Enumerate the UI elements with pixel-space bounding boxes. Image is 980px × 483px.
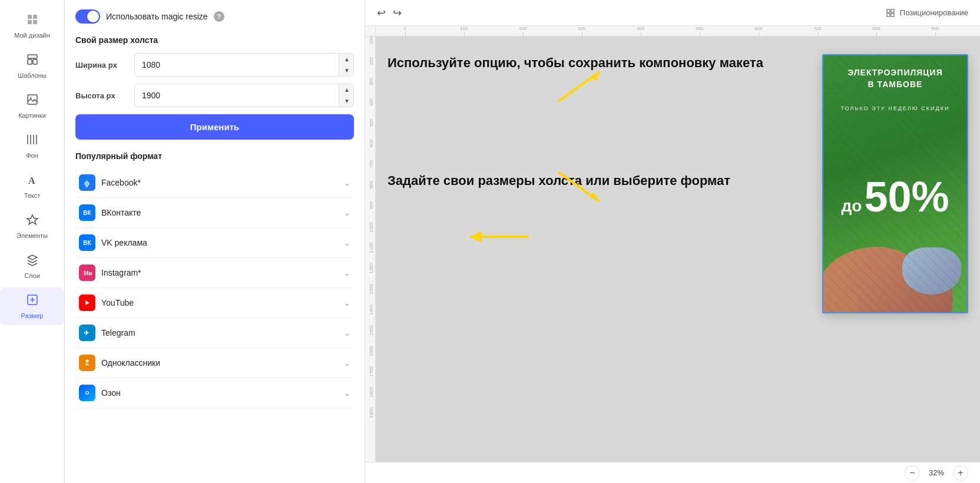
svg-marker-30 bbox=[589, 193, 600, 201]
ruler-side: 1002003004005006007008009001000110012001… bbox=[365, 37, 376, 462]
height-down-btn[interactable]: ▼ bbox=[339, 95, 354, 107]
format-item-youtube[interactable]: YouTube⌄ bbox=[75, 288, 354, 318]
ruler-v-tick-100: 100 bbox=[369, 37, 375, 57]
format-item-telegram[interactable]: ✈Telegram⌄ bbox=[75, 318, 354, 348]
size-icon bbox=[26, 293, 39, 310]
sidebar-label-my-design: Мой дизайн bbox=[14, 32, 50, 39]
svg-rect-23 bbox=[887, 9, 890, 12]
ruler-v-tick-400: 400 bbox=[369, 98, 375, 119]
height-input[interactable] bbox=[134, 84, 339, 107]
ruler-h-tick-400: 400 bbox=[611, 26, 670, 36]
width-down-btn[interactable]: ▼ bbox=[339, 65, 354, 76]
format-item-instagram[interactable]: ИнInstagram*⌄ bbox=[75, 258, 354, 288]
format-chevron-telegram: ⌄ bbox=[344, 329, 350, 338]
ruler-v-tick-1600: 1600 bbox=[369, 346, 375, 366]
magic-resize-toggle[interactable] bbox=[75, 9, 100, 24]
zoom-bar: − 32% + bbox=[365, 462, 980, 483]
apply-button[interactable]: Применить bbox=[75, 114, 354, 140]
ruler-v-tick-1000: 1000 bbox=[369, 222, 375, 243]
ruler-h-tick-300: 300 bbox=[552, 26, 611, 36]
ruler-h-tick-600: 600 bbox=[729, 26, 788, 36]
sidebar: Мой дизайнШаблоныКартинкиФонAТекстЭлемен… bbox=[0, 0, 65, 483]
format-chevron-odnoklassniki: ⌄ bbox=[344, 359, 350, 368]
text-icon: A bbox=[26, 173, 39, 190]
canvas-promo: ТОЛЬКО ЭТУ НЕДЕЛЮ СКИДКИ bbox=[823, 105, 967, 111]
pillow bbox=[902, 247, 961, 295]
sidebar-item-images[interactable]: Картинки bbox=[0, 87, 64, 125]
help-icon[interactable]: ? bbox=[214, 11, 224, 22]
ruler-v-tick-1300: 1300 bbox=[369, 284, 375, 305]
format-item-ozon[interactable]: ООзон⌄ bbox=[75, 378, 354, 408]
sidebar-label-layers: Слои bbox=[24, 272, 40, 279]
magic-resize-row: Использовать magic resize ? bbox=[75, 9, 354, 24]
svg-rect-6 bbox=[33, 59, 37, 64]
sidebar-item-templates[interactable]: Шаблоны bbox=[0, 47, 64, 85]
canvas-viewport[interactable]: Используйте опцию, чтобы сохранить компо… bbox=[376, 37, 980, 462]
format-item-facebook[interactable]: фFacebook*⌄ bbox=[75, 168, 354, 198]
svg-rect-7 bbox=[28, 95, 37, 104]
svg-rect-0 bbox=[28, 15, 32, 19]
width-spinner: ▲ ▼ bbox=[339, 53, 354, 77]
height-unit: px bbox=[107, 91, 115, 100]
format-label-instagram: Instagram* bbox=[101, 268, 338, 277]
ruler-v-tick-1500: 1500 bbox=[369, 325, 375, 346]
youtube-icon bbox=[79, 295, 95, 311]
undo-icon[interactable]: ↩ bbox=[377, 6, 386, 19]
ruler-v-tick-1400: 1400 bbox=[369, 305, 375, 325]
height-label: Высота px bbox=[75, 91, 128, 100]
format-chevron-vk-reklama: ⌄ bbox=[344, 239, 350, 247]
format-label-vkontakte: ВКонтакте bbox=[101, 208, 338, 217]
ruler-v-tick-900: 900 bbox=[369, 201, 375, 222]
ruler-h-tick-500: 500 bbox=[670, 26, 729, 36]
redo-icon[interactable]: ↪ bbox=[393, 6, 402, 19]
width-input[interactable] bbox=[134, 53, 339, 77]
format-chevron-ozon: ⌄ bbox=[344, 389, 350, 398]
svg-point-22 bbox=[86, 360, 89, 363]
instagram-icon: Ин bbox=[79, 264, 95, 281]
height-input-wrap: ▲ ▼ bbox=[134, 84, 354, 107]
height-up-btn[interactable]: ▲ bbox=[339, 84, 354, 95]
sidebar-label-size: Размер bbox=[21, 312, 44, 319]
layers-icon bbox=[26, 253, 39, 270]
ruler-v-tick-600: 600 bbox=[369, 140, 375, 160]
size-panel: Использовать magic resize ? Свой размер … bbox=[65, 0, 365, 483]
ruler-v-tick-300: 300 bbox=[369, 78, 375, 98]
format-item-odnoklassniki[interactable]: Одноклассники⌄ bbox=[75, 348, 354, 378]
instruction-text-1: Используйте опцию, чтобы сохранить компо… bbox=[388, 54, 799, 72]
zoom-out-button[interactable]: − bbox=[905, 465, 920, 481]
sidebar-label-elements: Элементы bbox=[16, 232, 48, 239]
svg-text:Ин: Ин bbox=[84, 269, 92, 276]
svg-rect-5 bbox=[28, 59, 32, 64]
format-label-odnoklassniki: Одноклассники bbox=[101, 358, 338, 368]
format-label-telegram: Telegram bbox=[101, 328, 338, 338]
format-item-vk-reklama[interactable]: ВКVK реклама⌄ bbox=[75, 228, 354, 258]
vk-reklama-icon: ВК bbox=[79, 234, 95, 251]
templates-icon bbox=[26, 53, 39, 70]
width-input-wrap: ▲ ▼ bbox=[134, 53, 354, 77]
svg-marker-14 bbox=[27, 215, 38, 224]
design-canvas[interactable]: Электроэпиляция в Тамбове ТОЛЬКО ЭТУ НЕД… bbox=[822, 54, 968, 313]
sidebar-item-text[interactable]: AТекст bbox=[0, 167, 64, 205]
svg-rect-2 bbox=[28, 20, 32, 24]
sidebar-label-images: Картинки bbox=[18, 112, 46, 119]
format-label-facebook: Facebook* bbox=[101, 178, 338, 187]
sidebar-item-background[interactable]: Фон bbox=[0, 127, 64, 165]
sidebar-item-layers[interactable]: Слои bbox=[0, 247, 64, 285]
ruler-v-tick-1100: 1100 bbox=[369, 243, 375, 263]
svg-rect-1 bbox=[33, 15, 37, 19]
ruler-h-tick-700: 700 bbox=[788, 26, 847, 36]
facebook-icon: ф bbox=[79, 174, 95, 191]
ruler-h-tick-100: 100 bbox=[435, 26, 494, 36]
ruler-v-tick-500: 500 bbox=[369, 119, 375, 140]
svg-rect-25 bbox=[887, 14, 890, 16]
svg-marker-20 bbox=[85, 300, 90, 305]
zoom-in-button[interactable]: + bbox=[953, 465, 968, 481]
format-item-vkontakte[interactable]: ВКВКонтакте⌄ bbox=[75, 198, 354, 228]
sidebar-item-elements[interactable]: Элементы bbox=[0, 207, 64, 245]
svg-rect-26 bbox=[891, 14, 894, 16]
svg-text:ф: ф bbox=[84, 178, 90, 187]
sidebar-item-my-design[interactable]: Мой дизайн bbox=[0, 7, 64, 45]
zoom-value: 32% bbox=[925, 468, 948, 477]
sidebar-item-size[interactable]: Размер bbox=[0, 287, 64, 325]
width-up-btn[interactable]: ▲ bbox=[339, 54, 354, 65]
